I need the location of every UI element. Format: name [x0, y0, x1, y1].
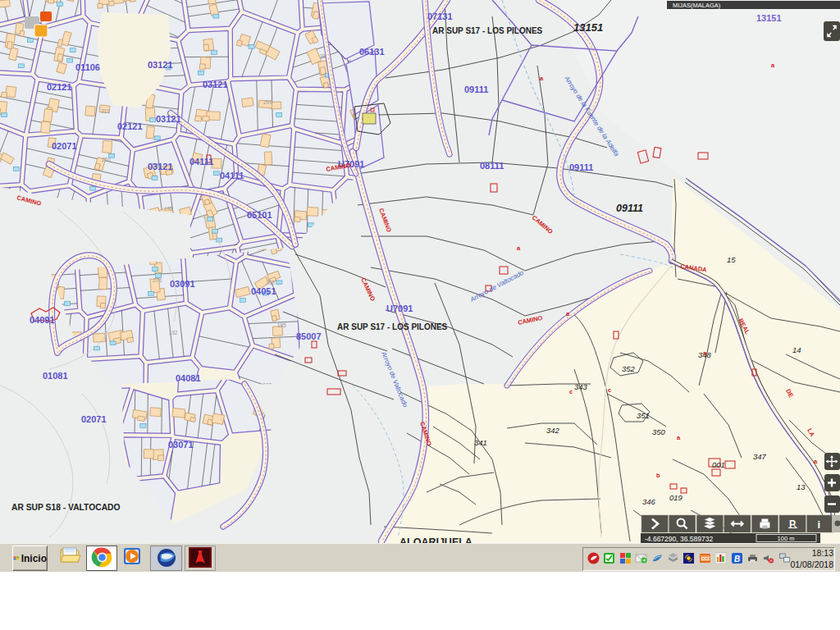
- svg-text:09111: 09111: [616, 203, 643, 214]
- svg-text:276: 276: [153, 277, 162, 283]
- svg-text:02121: 02121: [47, 82, 72, 92]
- svg-text:351: 351: [637, 411, 650, 420]
- svg-text:08111: 08111: [480, 161, 504, 171]
- svg-text:ALQARIJUELA: ALQARIJUELA: [399, 536, 472, 543]
- svg-text:001: 001: [712, 460, 725, 469]
- svg-text:346: 346: [642, 497, 656, 506]
- svg-text:02071: 02071: [52, 141, 77, 151]
- svg-text:-4.667290, 36.589732: -4.667290, 36.589732: [645, 535, 713, 543]
- svg-text:09111: 09111: [569, 162, 593, 172]
- svg-text:05101: 05101: [247, 210, 272, 220]
- svg-text:04111: 04111: [189, 157, 213, 167]
- svg-text:MIJAS(MALAGA): MIJAS(MALAGA): [673, 2, 721, 9]
- svg-text:100 m: 100 m: [778, 535, 795, 542]
- svg-text:AR SUP S18 - VALTOCADO: AR SUP S18 - VALTOCADO: [11, 503, 121, 512]
- svg-text:250: 250: [102, 157, 111, 162]
- svg-text:343: 343: [574, 382, 588, 391]
- svg-text:211: 211: [101, 108, 110, 114]
- svg-text:196: 196: [164, 206, 173, 212]
- svg-text:06131: 06131: [359, 47, 385, 57]
- svg-text:299: 299: [263, 99, 272, 105]
- svg-text:341: 341: [474, 438, 487, 447]
- svg-text:01081: 01081: [43, 371, 68, 381]
- svg-text:U7091: U7091: [386, 304, 413, 313]
- svg-text:AR SUP S17 - LOS PILONES: AR SUP S17 - LOS PILONES: [337, 322, 448, 331]
- svg-text:02071: 02071: [81, 414, 107, 424]
- svg-text:347: 347: [753, 452, 767, 461]
- svg-text:02121: 02121: [117, 121, 143, 131]
- svg-text:c: c: [608, 386, 611, 394]
- svg-text:15: 15: [727, 255, 736, 264]
- svg-text:03121: 03121: [148, 162, 173, 171]
- svg-text:13151: 13151: [573, 21, 603, 34]
- svg-text:c: c: [569, 388, 573, 395]
- svg-text:352: 352: [622, 364, 636, 373]
- svg-text:04081: 04081: [176, 373, 201, 383]
- svg-text:342: 342: [546, 426, 560, 435]
- svg-text:04091: 04091: [30, 315, 55, 325]
- svg-text:03091: 03091: [170, 279, 195, 289]
- svg-text:85007: 85007: [296, 331, 322, 341]
- svg-text:B: B: [734, 555, 740, 564]
- svg-text:CCC: CCC: [701, 556, 710, 561]
- svg-text:292: 292: [266, 280, 275, 285]
- svg-text:03121: 03121: [148, 60, 173, 70]
- svg-text:04111: 04111: [220, 171, 244, 180]
- svg-text:03121: 03121: [203, 80, 228, 89]
- svg-text:13151: 13151: [756, 13, 782, 23]
- svg-text:350: 350: [652, 427, 666, 436]
- svg-text:04051: 04051: [251, 286, 276, 296]
- svg-text:03071: 03071: [168, 440, 194, 450]
- svg-text:i: i: [818, 518, 821, 531]
- svg-text:14: 14: [792, 345, 801, 354]
- svg-text:07131: 07131: [427, 11, 453, 21]
- svg-text:AR SUP S17 - LOS PILONES: AR SUP S17 - LOS PILONES: [432, 26, 543, 35]
- svg-text:192: 192: [169, 330, 178, 336]
- svg-text:019: 019: [669, 493, 683, 502]
- svg-text:09111: 09111: [464, 84, 488, 94]
- svg-text:b: b: [656, 472, 660, 479]
- svg-text:185: 185: [277, 322, 286, 328]
- svg-text:13: 13: [797, 482, 806, 491]
- svg-text:03121: 03121: [156, 114, 181, 124]
- svg-text:01106: 01106: [75, 62, 100, 72]
